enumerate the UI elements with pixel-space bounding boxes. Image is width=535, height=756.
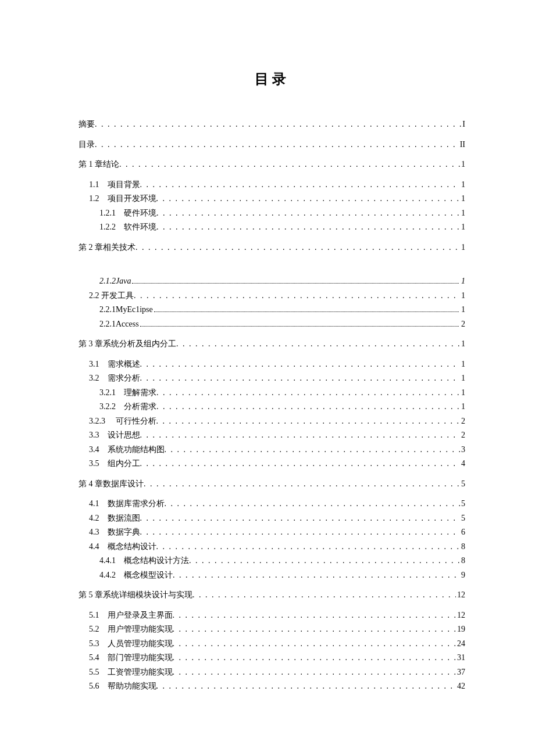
toc-leader-dots: [95, 138, 459, 152]
toc-entry-label: 3.2 需求分析: [89, 371, 140, 386]
toc-entry-page: 12: [456, 608, 465, 623]
toc-entry: 1.2.1 硬件环境1: [79, 206, 465, 221]
toc-leader-dots: [173, 622, 456, 637]
toc-entry-label: 4.1 数据库需求分析: [89, 497, 165, 511]
toc-leader-dots: [192, 588, 456, 603]
toc-entry: 第 2 章相关技术 1: [79, 241, 465, 255]
toc-entry: 3.3 设计思想 2: [79, 428, 465, 443]
toc-entry: 5.1 用户登录及主界面 12: [79, 608, 465, 623]
toc-entry-label: 第 1 章结论: [79, 157, 119, 172]
toc-entry-label: 3.2.3 可行性分析: [89, 414, 156, 429]
toc-entry-label: 2.2.1MyEc1ipse: [99, 303, 153, 317]
toc-entry: 第 1 章结论 1: [79, 157, 465, 172]
toc-leader-dots: [140, 525, 461, 540]
toc-leader-dots: [135, 241, 460, 255]
toc-entry-label: 4.3 数据字典: [89, 525, 140, 540]
toc-entry-page: 37: [456, 665, 465, 680]
toc-entry-label: 5.4 部门管理功能实现: [89, 651, 173, 665]
toc-entry: 1.2.2 软件环境1: [79, 220, 465, 235]
toc-entry-page: 8: [460, 554, 465, 568]
toc-entry-label: 5.3 人员管理功能实现: [89, 637, 173, 651]
toc-title: 目录: [79, 70, 465, 88]
toc-leader-dots: [140, 318, 459, 327]
toc-leader-dots: [165, 497, 461, 511]
toc-entry: 2.2.1Access 2: [79, 317, 465, 332]
toc-leader-dots: [189, 554, 460, 568]
toc-entry-label: 3.3 设计思想: [89, 428, 140, 443]
toc-entry-page: 4: [460, 457, 465, 471]
toc-entry-label: 3.5 组内分工: [89, 457, 140, 471]
toc-leader-dots: [140, 371, 461, 386]
toc-leader-dots: [156, 220, 460, 235]
toc-leader-dots: [165, 443, 461, 457]
toc-entry: 3.5 组内分工 4: [79, 457, 465, 471]
toc-entry-page: 1: [460, 206, 465, 221]
toc-body: 摘要 I目录II第 1 章结论 11.1 项目背景11.2 项目开发环境11.2…: [79, 117, 465, 694]
toc-leader-dots: [144, 477, 460, 492]
toc-entry-page: 1: [460, 386, 465, 400]
toc-entry: 2.2.1MyEc1ipse 1: [79, 303, 465, 317]
toc-entry-page: 1: [460, 241, 465, 255]
toc-entry-label: 3.2.2 分析需求: [99, 400, 156, 414]
toc-entry: 3.2.1 理解需求1: [79, 386, 465, 400]
toc-entry-label: 3.4 系统功能结构图: [89, 443, 165, 457]
toc-entry-label: 1.2 项目开发环境: [89, 192, 156, 206]
document-page: 目录 摘要 I目录II第 1 章结论 11.1 项目背景11.2 项目开发环境1…: [0, 0, 535, 756]
toc-leader-dots: [156, 400, 460, 414]
toc-leader-dots: [173, 637, 456, 651]
toc-entry-label: 4.4 概念结构设计: [89, 540, 156, 554]
toc-entry: 5.5 工资管理功能实现 37: [79, 665, 465, 680]
toc-entry: 5.2 用户管理功能实现 19: [79, 622, 465, 637]
toc-leader-dots: [132, 275, 459, 284]
toc-leader-dots: [119, 157, 460, 172]
toc-entry-label: 2.2.1Access: [99, 317, 139, 332]
toc-entry-label: 5.2 用户管理功能实现: [89, 622, 173, 637]
toc-entry: 第 4 章数据库设计 5: [79, 477, 465, 492]
toc-entry: 1.1 项目背景1: [79, 178, 465, 192]
toc-entry-page: 3: [460, 443, 465, 457]
toc-entry: 目录II: [79, 138, 465, 152]
toc-entry-page: 1: [460, 178, 465, 192]
toc-leader-dots: [156, 206, 460, 221]
toc-entry: 4.4.2 概念模型设计 9: [79, 568, 465, 583]
toc-entry-page: 24: [456, 637, 465, 651]
toc-entry-label: 1.1 项目背景: [89, 178, 140, 192]
toc-entry: 4.4 概念结构设计 8: [79, 540, 465, 554]
toc-entry: 3.1 需求概述 1: [79, 357, 465, 372]
toc-entry-page: 5: [460, 511, 465, 526]
toc-entry-page: 2: [460, 317, 465, 332]
toc-entry-label: 摘要: [79, 117, 95, 132]
toc-entry: 第 3 章系统分析及组内分工 1: [79, 337, 465, 352]
toc-leader-dots: [140, 357, 461, 372]
toc-entry-page: I: [461, 117, 465, 132]
toc-entry-label: 2.2 开发工具: [89, 289, 134, 303]
toc-entry-page: 1: [460, 337, 465, 352]
toc-entry-label: 5.6 帮助功能实现: [89, 679, 156, 694]
toc-entry-label: 目录: [79, 138, 95, 152]
toc-leader-dots: [173, 651, 456, 665]
toc-entry-label: 第 4 章数据库设计: [79, 477, 144, 492]
toc-leader-dots: [154, 304, 459, 312]
toc-entry-label: 1.2.1 硬件环境: [99, 206, 156, 221]
toc-entry-label: 1.2.2 软件环境: [99, 220, 156, 235]
toc-entry-label: 第 3 章系统分析及组内分工: [79, 337, 176, 352]
toc-leader-dots: [95, 117, 461, 132]
toc-entry-label: 3.1 需求概述: [89, 357, 140, 372]
toc-entry-label: 5.1 用户登录及主界面: [89, 608, 173, 623]
toc-entry: 2.1.2Java 1: [79, 274, 465, 289]
toc-entry-page: 1: [460, 400, 465, 414]
toc-leader-dots: [173, 665, 456, 680]
toc-entry: 4.2 数据流图 5: [79, 511, 465, 526]
toc-entry-page: 1: [460, 157, 465, 172]
toc-entry-page: 12: [456, 588, 465, 603]
toc-entry-page: 9: [460, 568, 465, 583]
toc-leader-dots: [140, 511, 461, 526]
toc-entry-page: 6: [460, 525, 465, 540]
toc-entry: 4.4.1 概念结构设计方法8: [79, 554, 465, 568]
toc-entry-page: 2: [460, 428, 465, 443]
toc-entry: 3.2.2 分析需求 1: [79, 400, 465, 414]
toc-entry: 5.4 部门管理功能实现 31: [79, 651, 465, 665]
toc-leader-dots: [156, 540, 461, 554]
toc-entry-page: 1: [460, 357, 465, 372]
toc-entry: 1.2 项目开发环境1: [79, 192, 465, 206]
